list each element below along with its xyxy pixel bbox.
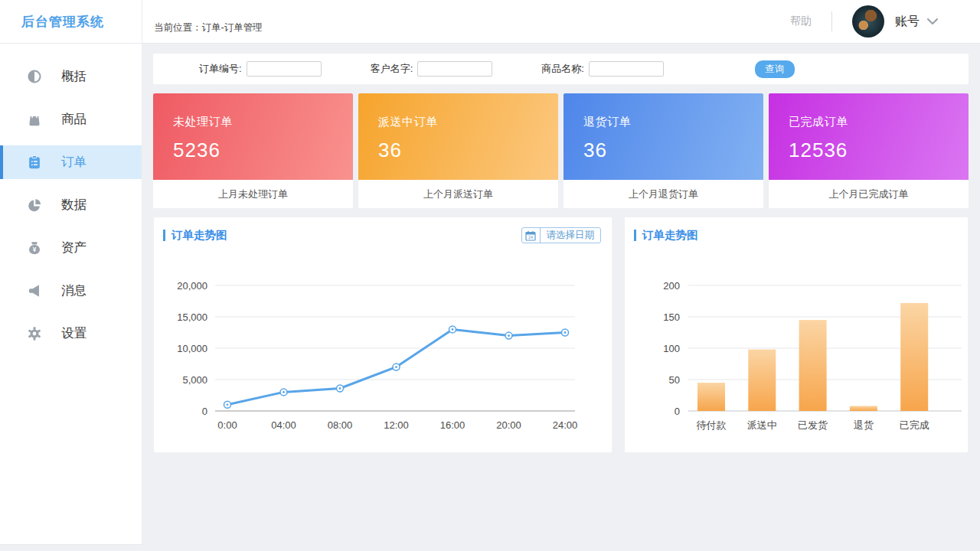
chevron-down-icon[interactable] bbox=[927, 18, 938, 25]
stat-card-unprocessed: 未处理订单 5236 上月未处理订单 bbox=[153, 93, 353, 208]
svg-text:08:00: 08:00 bbox=[328, 419, 353, 431]
order-number-input[interactable] bbox=[247, 61, 322, 77]
sidebar-item-label: 数据 bbox=[61, 197, 87, 214]
overview-icon bbox=[26, 68, 43, 85]
customer-name-label: 客户名字: bbox=[371, 62, 413, 76]
search-button[interactable]: 查询 bbox=[755, 60, 795, 78]
title-accent-bar bbox=[163, 230, 165, 241]
svg-text:¥: ¥ bbox=[33, 246, 37, 253]
sidebar-item-messages[interactable]: 消息 bbox=[0, 274, 142, 308]
svg-text:0:00: 0:00 bbox=[217, 419, 237, 431]
customer-name-input[interactable] bbox=[417, 61, 492, 77]
svg-text:已发货: 已发货 bbox=[798, 419, 828, 431]
sidebar-item-settings[interactable]: 设置 bbox=[0, 317, 142, 350]
stat-card-delivering: 派送中订单 36 上个月派送订单 bbox=[358, 93, 558, 208]
order-number-label: 订单编号: bbox=[199, 62, 242, 76]
product-name-input[interactable] bbox=[589, 61, 664, 77]
stat-card-footer: 上个月退货订单 bbox=[564, 180, 763, 208]
account-label[interactable]: 账号 bbox=[895, 14, 920, 30]
svg-text:50: 50 bbox=[669, 374, 680, 386]
svg-text:24: 24 bbox=[528, 235, 533, 240]
sidebar-item-label: 概括 bbox=[61, 68, 87, 85]
assets-moneybag-icon: ¥ bbox=[26, 240, 43, 256]
orders-clipboard-icon bbox=[26, 154, 43, 171]
sidebar-item-label: 设置 bbox=[61, 325, 87, 342]
svg-text:5,000: 5,000 bbox=[182, 374, 207, 386]
svg-text:04:00: 04:00 bbox=[271, 419, 296, 431]
stat-card-top: 派送中订单 36 bbox=[358, 93, 558, 180]
date-picker-label: 请选择日期 bbox=[541, 229, 601, 242]
sidebar-item-label: 资产 bbox=[61, 240, 87, 256]
svg-text:10,000: 10,000 bbox=[177, 343, 207, 354]
stat-card-title: 未处理订单 bbox=[173, 115, 333, 129]
header-divider bbox=[831, 11, 832, 31]
bar-chart: 050100150200待付款派送中已发货退货已完成 bbox=[625, 265, 969, 445]
svg-text:16:00: 16:00 bbox=[440, 419, 466, 431]
sidebar-item-label: 订单 bbox=[61, 154, 87, 171]
data-pie-icon bbox=[26, 197, 43, 214]
svg-text:待付款: 待付款 bbox=[697, 419, 727, 431]
svg-text:200: 200 bbox=[663, 280, 680, 292]
stat-card-top: 退货订单 36 bbox=[564, 93, 763, 180]
calendar-icon: 24 bbox=[522, 228, 541, 243]
sidebar-item-label: 消息 bbox=[61, 282, 87, 299]
svg-text:0: 0 bbox=[202, 406, 207, 417]
stat-card-value: 12536 bbox=[789, 139, 949, 162]
settings-gear-icon bbox=[26, 325, 43, 342]
stat-cards-row: 未处理订单 5236 上月未处理订单 派送中订单 36 上个月派送订单 退货订单… bbox=[153, 93, 969, 208]
messages-speaker-icon bbox=[26, 282, 43, 299]
svg-text:已完成: 已完成 bbox=[900, 419, 929, 431]
products-bag-icon bbox=[26, 111, 43, 128]
stat-card-returns: 退货订单 36 上个月退货订单 bbox=[564, 93, 763, 208]
bar-chart-title: 订单走势图 bbox=[642, 228, 698, 243]
stat-card-value: 5236 bbox=[173, 139, 333, 162]
stat-card-value: 36 bbox=[378, 139, 538, 162]
svg-text:派送中: 派送中 bbox=[747, 419, 777, 431]
sidebar-item-label: 商品 bbox=[61, 111, 87, 128]
stat-card-value: 36 bbox=[583, 139, 743, 162]
stat-card-title: 退货订单 bbox=[583, 115, 743, 129]
stat-card-completed: 已完成订单 12536 上个月已完成订单 bbox=[769, 93, 969, 208]
date-picker-button[interactable]: 24 请选择日期 bbox=[521, 227, 602, 243]
svg-text:12:00: 12:00 bbox=[384, 419, 409, 431]
order-trend-line-panel: 订单走势图 24 请选择日期 05,00010,00015,00020,0000… bbox=[153, 217, 612, 453]
help-link[interactable]: 帮助 bbox=[790, 15, 812, 28]
svg-text:退货: 退货 bbox=[854, 419, 874, 431]
title-accent-bar bbox=[634, 230, 636, 241]
main-content: 订单编号: 客户名字: 商品名称: 查询 未处理订单 5236 上月未处理订单 … bbox=[153, 54, 969, 453]
logo-container: 后台管理系统 bbox=[0, 0, 142, 43]
order-trend-bar-panel: 订单走势图 050100150200待付款派送中已发货退货已完成 bbox=[624, 217, 969, 453]
svg-text:0: 0 bbox=[675, 406, 680, 417]
filter-bar: 订单编号: 客户名字: 商品名称: 查询 bbox=[153, 54, 969, 84]
svg-text:15,000: 15,000 bbox=[177, 311, 207, 323]
sidebar-item-products[interactable]: 商品 bbox=[0, 103, 142, 136]
stat-card-top: 已完成订单 12536 bbox=[769, 93, 969, 180]
stat-card-footer: 上个月已完成订单 bbox=[769, 180, 969, 208]
line-chart-title: 订单走势图 bbox=[172, 228, 227, 243]
app-logo: 后台管理系统 bbox=[21, 13, 104, 31]
svg-text:150: 150 bbox=[663, 311, 680, 323]
stat-card-title: 派送中订单 bbox=[378, 115, 538, 129]
svg-text:20:00: 20:00 bbox=[496, 419, 521, 431]
product-name-label: 商品名称: bbox=[541, 62, 584, 76]
sidebar-item-data[interactable]: 数据 bbox=[0, 188, 142, 222]
sidebar-item-assets[interactable]: ¥ 资产 bbox=[0, 231, 142, 265]
svg-text:24:00: 24:00 bbox=[553, 419, 578, 431]
svg-text:100: 100 bbox=[663, 343, 680, 354]
user-avatar[interactable] bbox=[852, 5, 884, 37]
sidebar: 概括 商品 订单 数据 ¥ 资产 消息 bbox=[0, 44, 142, 545]
stat-card-footer: 上月未处理订单 bbox=[153, 180, 353, 208]
sidebar-item-orders[interactable]: 订单 bbox=[0, 145, 142, 179]
breadcrumb: 当前位置：订单-订单管理 bbox=[154, 21, 263, 34]
stat-card-title: 已完成订单 bbox=[789, 115, 949, 129]
sidebar-item-overview[interactable]: 概括 bbox=[0, 60, 142, 93]
svg-text:20,000: 20,000 bbox=[177, 280, 207, 292]
line-chart: 05,00010,00015,00020,0000:0004:0008:0012… bbox=[154, 265, 613, 445]
top-header: 后台管理系统 当前位置：订单-订单管理 帮助 账号 bbox=[0, 0, 980, 44]
stat-card-top: 未处理订单 5236 bbox=[153, 93, 353, 180]
stat-card-footer: 上个月派送订单 bbox=[358, 180, 558, 208]
